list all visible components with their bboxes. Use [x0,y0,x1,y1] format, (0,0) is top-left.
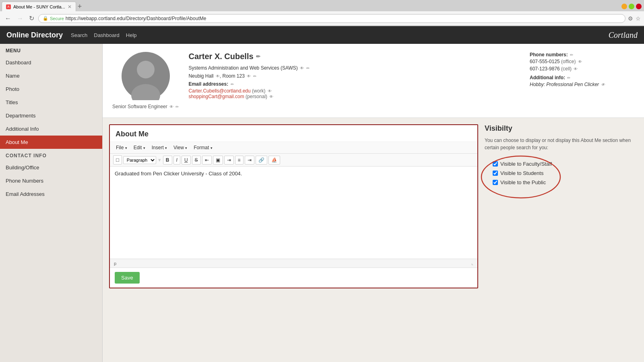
menu-format[interactable]: Format ▾ [191,144,215,152]
email-work-visibility-icon: 👁 [268,89,272,93]
building-visibility-icon: 👁 [216,74,220,78]
toolbar-indent-button[interactable]: ⇥ [245,156,254,165]
visibility-panel: Visibilty You can choose to display or n… [485,124,638,288]
visibility-students-checkbox[interactable] [493,171,498,176]
email-edit-icon[interactable]: ✏ [231,82,234,86]
tab-title: About Me - SUNY Cortla... [13,4,65,9]
app-body: MENU Dashboard Name Photo Titles Departm… [0,44,644,362]
editor-panel: About Me File ▾ Edit ▾ Insert ▾ View ▾ [109,124,478,288]
phone-office-visibility-icon: 👁 [578,60,582,64]
avatar-container: Senior Software Engineer 👁 ✏ [112,52,179,109]
new-tab-button[interactable]: + [78,2,82,11]
menu-file[interactable]: File ▾ [113,144,130,152]
visibility-students-label: Visible to Students [500,170,543,176]
editor-menubar: File ▾ Edit ▾ Insert ▾ View ▾ Format ▾ [110,142,477,154]
visibility-faculty-label: Visible to Faculty/Staff [500,161,552,167]
forward-button[interactable]: → [15,14,25,23]
visibility-options-container: Visible to Faculty/Staff Visible to Stud… [485,157,560,193]
sidebar-item-name[interactable]: Name [0,69,102,82]
toolbar-italic-button[interactable]: I [173,156,180,165]
menu-edit[interactable]: Edit ▾ [131,144,148,152]
profile-name-edit-icon[interactable]: ✏ [256,53,260,60]
toolbar-document-button[interactable]: □ [113,155,122,165]
email-work[interactable]: Carter.Cubells@cortland.edu [188,88,250,94]
sidebar-item-email-addresses[interactable]: Email Addresses [0,187,102,201]
sidebar-item-additional-info[interactable]: Additional Info [0,122,102,136]
tab-favicon: A [6,4,11,9]
visibility-faculty-checkbox[interactable] [493,161,498,167]
sidebar: MENU Dashboard Name Photo Titles Departm… [0,44,103,362]
email-row: Email addresses: ✏ Carter.Cubells@cortla… [188,81,520,99]
editor-toolbar: □ Paragraph Heading 1 Heading 2 ▾ B I U … [110,154,477,167]
address-input[interactable]: 🔒 Secure https://webapp.cortland.edu/Dir… [38,14,625,23]
back-button[interactable]: ← [3,14,13,23]
about-me-container: About Me File ▾ Edit ▾ Insert ▾ View ▾ [103,118,644,295]
app-logo: Cortland [609,31,638,40]
bookmark-icon: ☆ [636,15,641,22]
editor-title: About Me [110,125,477,142]
visibility-title: Visibilty [485,124,638,133]
window-minimize-button[interactable] [621,4,627,9]
room-edit-icon[interactable]: ✏ [253,74,256,78]
job-title-edit-icon[interactable]: ✏ [175,105,179,109]
sidebar-item-building[interactable]: Building/Office [0,161,102,174]
main-content: Senior Software Engineer 👁 ✏ Carter X. C… [103,44,644,362]
tab-close-button[interactable]: ✕ [68,4,72,10]
toolbar-strikethrough-button[interactable]: S [192,156,201,165]
editor-status-indicator: p [114,261,116,266]
sidebar-item-photo[interactable]: Photo [0,82,102,96]
avatar-image [122,52,170,100]
email-personal[interactable]: shoppingCart@gmail.com [188,94,244,99]
browser-chrome: A About Me - SUNY Cortla... ✕ + ← → ↻ 🔒 … [0,0,644,26]
sidebar-item-about-me[interactable]: About Me [0,136,102,149]
nav-link-dashboard[interactable]: Dashboard [94,32,120,38]
toolbar-unlink-button[interactable]: ⛵ [268,156,280,165]
visibility-students-row: Visible to Students [493,170,552,176]
sidebar-item-titles[interactable]: Titles [0,96,102,109]
visibility-public-checkbox[interactable] [493,180,498,185]
nav-link-help[interactable]: Help [126,32,137,38]
editor-resize-handle[interactable]: ⌞ [471,261,473,266]
job-title: Senior Software Engineer 👁 ✏ [112,104,179,109]
profile-right: Phone numbers: ✏ 607-555-0125 (office) 👁… [530,52,634,90]
phone-cell-visibility-icon: 👁 [574,67,578,71]
address-url: https://webapp.cortland.edu/Directory/Da… [66,16,206,21]
editor-content: Graduated from Pen Clicker University - … [115,171,242,177]
visibility-public-label: Visible to the Public [500,179,546,185]
address-bar: ← → ↻ 🔒 Secure https://webapp.cortland.e… [0,11,644,26]
profile-section: Senior Software Engineer 👁 ✏ Carter X. C… [103,44,644,118]
window-close-button[interactable] [636,4,642,9]
menu-view[interactable]: View ▾ [171,144,190,152]
toolbar-align-justify-button[interactable]: ≡ [235,156,244,165]
additional-edit-icon[interactable]: ✏ [567,76,570,80]
toolbar-align-right-button[interactable]: ⇥ [224,156,234,165]
dept-edit-icon[interactable]: ✏ [306,66,310,70]
toolbar-align-left-button[interactable]: ⇤ [202,156,212,165]
window-maximize-button[interactable] [629,4,634,9]
visibility-description: You can choose to display or not display… [485,137,638,151]
phone-edit-icon[interactable]: ✏ [570,53,573,57]
visibility-public-row: Visible to the Public [493,179,552,185]
toolbar-align-center-button[interactable]: ▣ [213,156,223,165]
refresh-button[interactable]: ↻ [27,14,36,23]
hobby-visibility-icon: 👁 [601,82,605,87]
visibility-faculty-row: Visible to Faculty/Staff [493,161,552,167]
toolbar-bold-button[interactable]: B [163,156,172,165]
nav-link-search[interactable]: Search [71,32,87,38]
editor-body[interactable]: Graduated from Pen Clicker University - … [110,167,477,259]
dept-visibility-icon: 👁 [300,66,304,70]
job-title-visibility-icon: 👁 [169,105,173,109]
sidebar-item-dashboard[interactable]: Dashboard [0,56,102,69]
toolbar-link-button[interactable]: 🔗 [256,156,267,165]
sidebar-item-departments[interactable]: Departments [0,109,102,122]
active-tab[interactable]: A About Me - SUNY Cortla... ✕ [2,2,76,11]
department-row: Systems Administration and Web Services … [188,65,520,71]
editor-status: p ⌞ [110,259,477,268]
nav-links: Search Dashboard Help [71,32,137,38]
sidebar-item-phone-numbers[interactable]: Phone Numbers [0,174,102,187]
profile-name: Carter X. Cubells ✏ [188,52,520,61]
toolbar-paragraph-select[interactable]: Paragraph Heading 1 Heading 2 [123,156,156,164]
save-button[interactable]: Save [115,272,140,284]
toolbar-underline-button[interactable]: U [182,156,191,165]
menu-insert[interactable]: Insert ▾ [149,144,170,152]
